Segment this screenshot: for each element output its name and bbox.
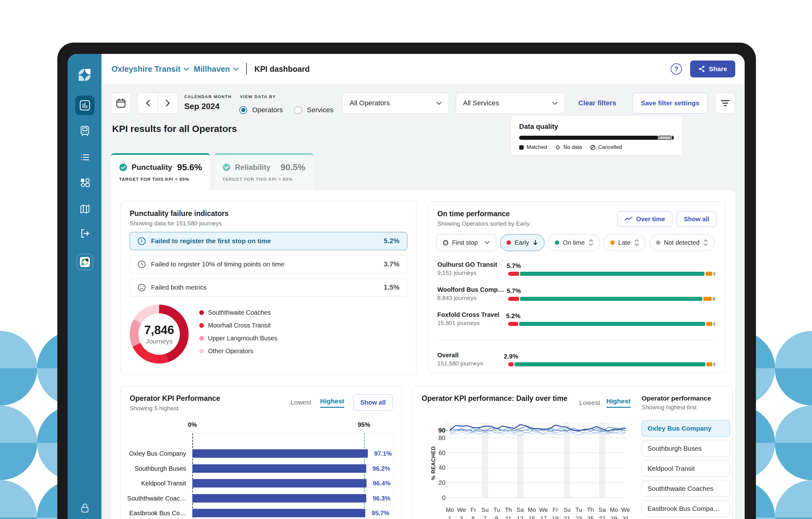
legend-label: Upper Langmouth Buses bbox=[208, 335, 277, 342]
x-day-label: 7 bbox=[483, 515, 487, 519]
punctuality-failure-card: Punctuality failure indicators Showing d… bbox=[121, 201, 416, 375]
first-stop-select[interactable]: First stop bbox=[436, 234, 496, 251]
kpi-value-label: 95.7% bbox=[372, 510, 389, 517]
breadcrumb-divider bbox=[246, 63, 247, 75]
kpi-value-label: 96.2% bbox=[373, 465, 390, 472]
x-weekday-label: Fr bbox=[553, 507, 558, 513]
panel-title: Operator performance bbox=[642, 394, 730, 402]
kpi-bar bbox=[192, 449, 368, 458]
help-button[interactable]: ? bbox=[671, 63, 682, 75]
x-day-label: 31 bbox=[622, 515, 629, 519]
x-weekday-label: Tu bbox=[493, 507, 500, 513]
sidebar-item-app[interactable] bbox=[77, 254, 93, 270]
filter-options-button[interactable] bbox=[715, 93, 735, 113]
bar-segment-on-time bbox=[514, 362, 705, 366]
sidebar-item-map[interactable] bbox=[75, 199, 95, 219]
section-title: KPI results for all Operators bbox=[112, 124, 237, 134]
x-day-label: 27 bbox=[599, 515, 606, 519]
over-time-button[interactable]: Over time bbox=[617, 211, 672, 227]
y-tick-label: 40 bbox=[427, 464, 445, 471]
breadcrumb-org[interactable]: Oxleyshire Transit bbox=[112, 64, 189, 74]
operators-select[interactable]: All Operators bbox=[342, 93, 449, 113]
bar-segment-on-time bbox=[520, 272, 704, 276]
tab-punctuality[interactable]: Punctuality 95.6% TARGET FOR THIS KPI = … bbox=[111, 153, 210, 190]
first-stop-label: First stop bbox=[452, 239, 478, 246]
show-all-button[interactable]: Show all bbox=[677, 211, 717, 227]
bar-segment-early bbox=[508, 362, 514, 366]
services-select[interactable]: All Services bbox=[456, 93, 565, 113]
legend-label: Other Operators bbox=[208, 348, 254, 355]
sort-chip-on-time[interactable]: On time bbox=[548, 234, 600, 251]
otp-early-percent: 5.7% bbox=[506, 262, 521, 270]
calendar-month-label: CALENDAR MONTH bbox=[184, 94, 232, 99]
sidebar-item-lock[interactable] bbox=[75, 498, 95, 518]
sidebar-item-logout[interactable] bbox=[75, 224, 95, 243]
calendar-button[interactable] bbox=[111, 93, 131, 113]
data-quality-title: Data quality bbox=[519, 122, 674, 131]
tab-reliability[interactable]: Reliability 90.5% TARGET FOR THIS KPI = … bbox=[214, 153, 314, 190]
otp-stacked-bar bbox=[508, 272, 715, 276]
breadcrumb-area[interactable]: Millhaven bbox=[194, 64, 239, 74]
otp-stacked-bar bbox=[508, 297, 715, 301]
chevron-down-icon bbox=[552, 102, 558, 105]
toggle-lowest[interactable]: Lowest bbox=[579, 399, 600, 407]
radio-services[interactable]: Services bbox=[294, 106, 333, 114]
save-filter-settings-button[interactable]: Save filter settings bbox=[632, 93, 708, 113]
target-line bbox=[364, 433, 365, 519]
chevron-down-icon bbox=[183, 67, 189, 71]
x-day-label: 1 bbox=[448, 515, 452, 519]
bar-chart-icon bbox=[79, 99, 91, 111]
sidebar-item-vehicles[interactable] bbox=[75, 121, 95, 141]
operator-list: Oxley Bus CompanySouthburgh BusesKeldpoo… bbox=[642, 420, 730, 517]
operator-performance-panel: Operator performance Showing highest fir… bbox=[642, 394, 730, 517]
toggle-highest[interactable]: Highest bbox=[320, 398, 344, 408]
failure-indicator-row[interactable]: Failed both metrics 1.5% bbox=[130, 278, 407, 297]
operator-list-item[interactable]: Souththwaite Coaches bbox=[642, 481, 730, 497]
operator-list-item[interactable]: Eastbrook Bus Compa… bbox=[642, 500, 730, 517]
kpi-category-label: Keldpool Transit bbox=[125, 480, 186, 487]
otp-row: Overall 151,580 journeys 2.9% bbox=[437, 352, 715, 377]
failure-indicator-row[interactable]: Failed to register 10% of timing points … bbox=[130, 255, 407, 273]
x-day-label: 5 bbox=[472, 515, 475, 519]
tab-target: TARGET FOR THIS KPI = 90% bbox=[223, 177, 306, 182]
x-weekday-label: Sa bbox=[599, 507, 606, 513]
y-tick-label: 60 bbox=[427, 449, 445, 456]
toggle-lowest[interactable]: Lowest bbox=[290, 399, 311, 406]
sidebar-item-services[interactable] bbox=[75, 147, 95, 167]
sidebar-item-categories[interactable] bbox=[75, 173, 95, 192]
kpi-value-label: 96.3% bbox=[373, 495, 390, 502]
operator-list-item[interactable]: Keldpool Transit bbox=[642, 460, 730, 477]
y-tick-label: 20 bbox=[427, 479, 445, 486]
bar-segment-late bbox=[706, 362, 713, 366]
green-pinwheel-icon bbox=[80, 257, 90, 267]
ring-icon bbox=[443, 240, 448, 245]
sort-chip-not-detected[interactable]: Not detected bbox=[649, 234, 715, 251]
show-all-button[interactable]: Show all bbox=[353, 394, 393, 411]
legend-dot bbox=[199, 336, 204, 341]
legend-dot bbox=[199, 310, 204, 315]
operator-list-item[interactable]: Southburgh Buses bbox=[642, 440, 730, 457]
legend-label: Matched bbox=[527, 144, 547, 151]
sort-chip-early[interactable]: Early bbox=[500, 234, 545, 251]
sidebar-item-dashboard[interactable] bbox=[75, 95, 95, 115]
otp-operator-name: Oulhurst GO Transit bbox=[437, 261, 497, 268]
bar-segment-not-detected bbox=[713, 272, 715, 276]
bar-segment-not-detected bbox=[713, 297, 715, 301]
list-icon bbox=[79, 151, 91, 164]
header: Oxleyshire Transit Millhaven KPI dashboa… bbox=[102, 54, 745, 84]
share-button[interactable]: Share bbox=[690, 60, 735, 77]
chevron-down-icon bbox=[436, 102, 442, 105]
sort-chip-late[interactable]: Late bbox=[604, 234, 646, 251]
next-month-button[interactable] bbox=[158, 93, 178, 113]
x-weekday-label: Su bbox=[482, 507, 489, 513]
arrow-down-icon bbox=[533, 240, 538, 245]
x-weekday-label: Th bbox=[587, 507, 594, 513]
failure-indicator-row[interactable]: Failed to register the first stop on tim… bbox=[130, 232, 407, 250]
trend-line-icon bbox=[625, 217, 633, 222]
radio-operators[interactable]: Operators bbox=[239, 106, 283, 114]
previous-month-button[interactable] bbox=[138, 93, 158, 113]
x-day-label: 25 bbox=[587, 515, 593, 519]
operator-list-item[interactable]: Oxley Bus Company bbox=[642, 420, 730, 437]
toggle-highest[interactable]: Highest bbox=[607, 398, 631, 408]
clear-filters-link[interactable]: Clear filters bbox=[578, 93, 616, 113]
